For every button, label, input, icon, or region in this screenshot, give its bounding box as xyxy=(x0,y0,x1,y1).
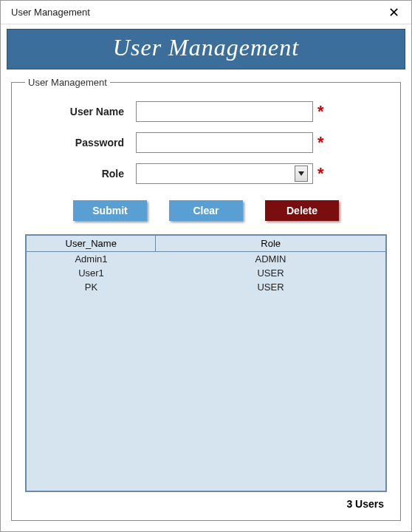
table-row[interactable]: PK USER xyxy=(27,280,385,294)
banner: User Management xyxy=(7,29,405,69)
role-label: Role xyxy=(25,168,136,180)
password-row: Password * xyxy=(25,132,387,153)
titlebar: User Management ✕ xyxy=(1,1,411,24)
submit-button[interactable]: Submit xyxy=(73,200,147,221)
role-row: Role * xyxy=(25,163,387,184)
username-input[interactable] xyxy=(136,101,313,122)
cell-role: USER xyxy=(156,280,385,294)
svg-marker-0 xyxy=(298,171,304,176)
username-label: User Name xyxy=(25,106,136,117)
close-icon[interactable]: ✕ xyxy=(383,2,404,23)
table-row[interactable]: Admin1 ADMIN xyxy=(27,252,385,267)
role-select[interactable] xyxy=(136,163,313,184)
user-management-window: User Management ✕ User Management User M… xyxy=(0,0,412,532)
required-icon: * xyxy=(313,166,324,182)
chevron-down-icon xyxy=(295,166,308,182)
window-title: User Management xyxy=(11,7,90,18)
column-header-username[interactable]: User_Name xyxy=(27,236,156,252)
content-area: User Management User Name * Password * R… xyxy=(1,69,411,531)
user-count: 3 Users xyxy=(25,492,387,510)
user-management-group: User Management User Name * Password * R… xyxy=(11,77,401,521)
required-icon: * xyxy=(313,103,324,120)
password-input[interactable] xyxy=(136,132,313,153)
button-row: Submit Clear Delete xyxy=(25,200,387,221)
user-table-container: User_Name Role Admin1 ADMIN User1 USER xyxy=(25,234,387,492)
user-table: User_Name Role Admin1 ADMIN User1 USER xyxy=(27,236,385,294)
banner-title: User Management xyxy=(7,34,405,61)
required-icon: * xyxy=(313,134,324,151)
column-header-role[interactable]: Role xyxy=(156,236,385,252)
delete-button[interactable]: Delete xyxy=(265,200,339,221)
clear-button[interactable]: Clear xyxy=(169,200,243,221)
password-label: Password xyxy=(25,137,136,149)
username-row: User Name * xyxy=(25,101,387,122)
table-row[interactable]: User1 USER xyxy=(27,266,385,280)
cell-username: PK xyxy=(27,280,156,294)
group-legend: User Management xyxy=(25,77,110,88)
cell-username: User1 xyxy=(27,266,156,280)
cell-role: ADMIN xyxy=(156,252,385,267)
cell-role: USER xyxy=(156,266,385,280)
cell-username: Admin1 xyxy=(27,252,156,267)
